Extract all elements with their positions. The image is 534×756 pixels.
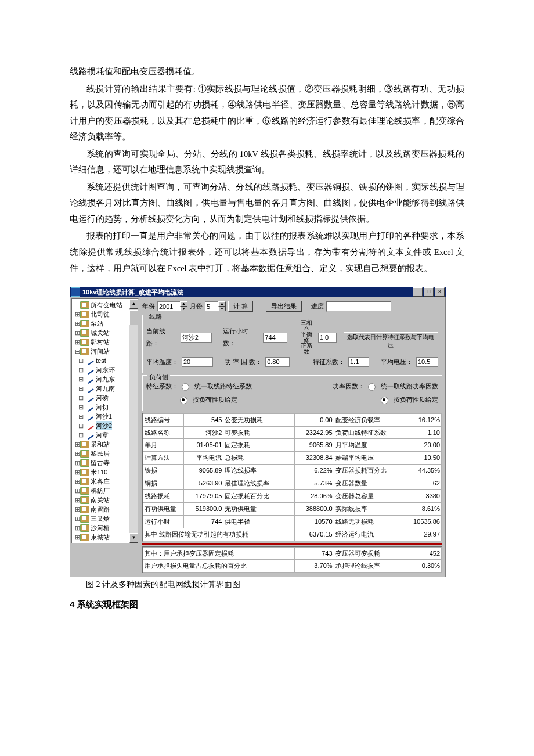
tree-item[interactable]: ⊞河切 bbox=[74, 402, 137, 412]
table-cell: 16.12% bbox=[405, 413, 441, 426]
line-icon bbox=[87, 358, 95, 364]
table-cell: 9065.89 bbox=[294, 439, 334, 452]
table-cell: 固定损耗百分比 bbox=[223, 490, 294, 503]
avg-voltage-input[interactable] bbox=[416, 357, 438, 367]
table-cell: 计算方法 bbox=[143, 452, 184, 465]
tree-expander-icon[interactable]: ⊞ bbox=[74, 458, 80, 467]
tree-expander-icon[interactable]: ⊞ bbox=[74, 337, 80, 347]
tree-expander-icon[interactable]: ⊞ bbox=[74, 440, 80, 449]
tree-item[interactable]: ⊞棉纺厂 bbox=[74, 486, 137, 495]
station-tree[interactable]: 所有变电站⊞北司徒⊞泵站⊞城关站⊞郭村站⊟河间站⊞test⊞河东环⊞河九东⊞河九… bbox=[72, 299, 138, 543]
table-cell: 供电半径 bbox=[223, 515, 294, 528]
pf-uniform-radio[interactable] bbox=[368, 383, 376, 391]
tree-item[interactable]: ⊞黎民居 bbox=[74, 449, 137, 458]
pf-byload-radio[interactable] bbox=[381, 397, 388, 404]
tree-expander-icon[interactable]: ⊞ bbox=[74, 309, 80, 319]
tree-item[interactable]: ⊞城关站 bbox=[74, 328, 137, 337]
table-cell: 545 bbox=[184, 413, 223, 426]
minimize-button[interactable]: _ bbox=[413, 287, 423, 297]
scroll-thumb[interactable] bbox=[129, 310, 138, 325]
tree-expander-icon[interactable]: ⊞ bbox=[74, 495, 80, 505]
scroll-down-button[interactable]: ▼ bbox=[129, 533, 138, 543]
export-button[interactable]: 导出结果 bbox=[266, 301, 302, 312]
avg-temp-input[interactable] bbox=[182, 357, 213, 367]
tree-expander-icon[interactable]: ⊞ bbox=[74, 384, 87, 393]
calculate-button[interactable]: 计 算 bbox=[228, 301, 253, 312]
tree-item[interactable]: ⊞南关站 bbox=[74, 495, 137, 505]
tree-expander-icon[interactable]: ⊞ bbox=[74, 486, 80, 495]
tree-expander-icon[interactable]: ⊞ bbox=[74, 523, 80, 532]
table-cell: 经济运行电流 bbox=[334, 528, 405, 541]
scroll-up-button[interactable]: ▲ bbox=[129, 299, 138, 309]
tree-expander-icon[interactable]: ⊞ bbox=[74, 393, 87, 402]
char-coef-input[interactable] bbox=[348, 357, 369, 367]
tree-item[interactable]: ⊞郭村站 bbox=[74, 337, 137, 347]
tree-item[interactable]: ⊟河间站 bbox=[74, 347, 137, 356]
line-icon bbox=[87, 423, 95, 429]
tree-item[interactable]: ⊞景和站 bbox=[74, 440, 137, 449]
tree-item[interactable]: ⊞河九东 bbox=[74, 375, 137, 384]
close-button[interactable]: × bbox=[435, 287, 445, 297]
unbalance-input[interactable] bbox=[318, 333, 337, 343]
station-icon bbox=[80, 441, 89, 448]
char-coef-byload-radio[interactable] bbox=[180, 397, 187, 404]
tree-expander-icon[interactable]: ⊞ bbox=[74, 430, 87, 440]
tree-item[interactable]: ⊞河东环 bbox=[74, 365, 137, 375]
tree-expander-icon[interactable]: ⊞ bbox=[74, 449, 80, 458]
tree-expander-icon[interactable]: ⊞ bbox=[74, 505, 80, 514]
tree-expander-icon[interactable]: ⊟ bbox=[74, 347, 80, 356]
tree-scrollbar[interactable]: ▲ ▼ bbox=[129, 299, 138, 543]
pick-day-button[interactable]: 选取代表日计算特征系数与平均电压 bbox=[344, 332, 438, 343]
tree-item[interactable]: ⊞留古寺 bbox=[74, 458, 137, 467]
tree-item[interactable]: ⊞束城站 bbox=[74, 532, 137, 542]
year-input[interactable] bbox=[157, 301, 180, 311]
table-cell: 20.00 bbox=[405, 439, 441, 452]
tree-expander-icon[interactable]: ⊞ bbox=[74, 402, 87, 412]
tree-item[interactable]: ⊞河沙2 bbox=[74, 421, 137, 430]
tree-item[interactable]: ⊞河章 bbox=[74, 430, 137, 440]
char-coef-uniform-radio[interactable] bbox=[182, 383, 189, 391]
tree-expander-icon[interactable]: ⊞ bbox=[74, 319, 80, 328]
tree-expander-icon[interactable]: ⊞ bbox=[74, 412, 87, 421]
tree-item[interactable]: 所有变电站 bbox=[74, 300, 137, 309]
tree-item[interactable]: ⊞泵站 bbox=[74, 319, 137, 328]
tree-item[interactable]: ⊞米各庄 bbox=[74, 477, 137, 486]
current-line-input[interactable] bbox=[181, 333, 212, 343]
table-cell: 62 bbox=[405, 477, 441, 490]
table-cell: 10.50 bbox=[405, 452, 441, 465]
station-icon bbox=[80, 496, 89, 504]
tree-item[interactable]: ⊞北司徒 bbox=[74, 309, 137, 319]
tree-item-label: 河磷 bbox=[96, 393, 109, 402]
titlebar[interactable]: 10kv理论线损计算_改进平均电流法 _ □ × bbox=[70, 287, 446, 297]
tree-item[interactable]: ⊞南留路 bbox=[74, 505, 137, 514]
tree-expander-icon[interactable]: ⊞ bbox=[74, 477, 80, 486]
tree-expander-icon[interactable]: ⊞ bbox=[74, 365, 87, 375]
month-input[interactable] bbox=[205, 301, 218, 311]
power-factor-input[interactable] bbox=[265, 357, 290, 367]
tree-expander-icon[interactable]: ⊞ bbox=[74, 375, 87, 384]
tree-expander-icon[interactable]: ⊞ bbox=[74, 356, 87, 365]
tree-item[interactable]: ⊞test bbox=[74, 356, 137, 365]
station-icon bbox=[80, 301, 89, 309]
tree-item[interactable]: ⊞三叉焓 bbox=[74, 514, 137, 523]
month-spinner[interactable]: ▲▼ bbox=[205, 301, 226, 311]
tree-expander-icon[interactable]: ⊞ bbox=[74, 421, 87, 430]
tree-pane[interactable]: 所有变电站⊞北司徒⊞泵站⊞城关站⊞郭村站⊟河间站⊞test⊞河东环⊞河九东⊞河九… bbox=[71, 298, 139, 543]
table-cell: 用户承担损失电量占总损耗的百分比 bbox=[143, 560, 295, 573]
table-cell: 负荷曲线特征系数 bbox=[334, 426, 405, 439]
runtime-hours-label: 运行小时数： bbox=[223, 325, 259, 350]
tree-item-label: 南关站 bbox=[91, 495, 110, 505]
tree-expander-icon[interactable]: ⊞ bbox=[74, 467, 80, 477]
tree-expander-icon[interactable]: ⊞ bbox=[74, 532, 80, 542]
tree-item[interactable]: ⊞河沙1 bbox=[74, 412, 137, 421]
tree-expander-icon[interactable]: ⊞ bbox=[74, 328, 80, 337]
table-row: 用户承担损失电量占总损耗的百分比3.70%承担理论线损率0.30% bbox=[143, 560, 442, 573]
year-spinner[interactable]: ▲▼ bbox=[157, 301, 187, 311]
tree-item[interactable]: ⊞河磷 bbox=[74, 393, 137, 402]
tree-item[interactable]: ⊞米110 bbox=[74, 467, 137, 477]
runtime-hours-input[interactable] bbox=[263, 333, 287, 343]
maximize-button[interactable]: □ bbox=[424, 287, 434, 297]
tree-item[interactable]: ⊞河九南 bbox=[74, 384, 137, 393]
tree-expander-icon[interactable]: ⊞ bbox=[74, 514, 80, 523]
tree-item[interactable]: ⊞沙河桥 bbox=[74, 523, 137, 532]
